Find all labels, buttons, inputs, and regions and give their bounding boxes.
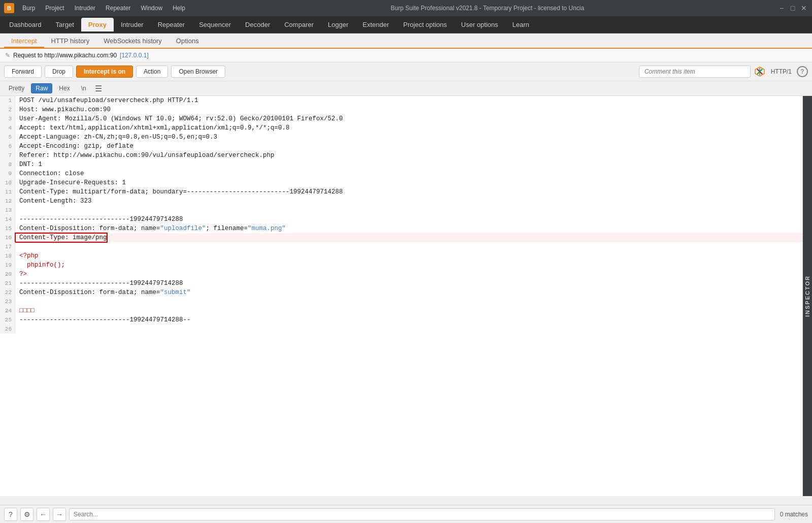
- titlebar: B Burp Project Intruder Repeater Window …: [0, 0, 812, 16]
- line-content[interactable]: phpinfo();: [15, 260, 65, 270]
- tab-extender[interactable]: Extender: [356, 18, 396, 31]
- drop-button[interactable]: Drop: [45, 66, 73, 78]
- search-input[interactable]: [69, 508, 775, 520]
- sub-tab-bar: Intercept HTTP history WebSockets histor…: [0, 34, 812, 49]
- tab-logger[interactable]: Logger: [321, 18, 355, 31]
- tab-intruder[interactable]: Intruder: [114, 18, 151, 31]
- subtab-http-history[interactable]: HTTP history: [44, 35, 97, 47]
- line-content[interactable]: -----------------------------19924479714…: [15, 315, 191, 324]
- request-editor[interactable]: 1POST /vul/unsafeupload/servercheck.php …: [0, 96, 803, 496]
- main-tab-bar: Dashboard Target Proxy Intruder Repeater…: [0, 16, 812, 34]
- table-row: 8DNT: 1: [0, 160, 802, 169]
- tab-user-options[interactable]: User options: [454, 18, 505, 31]
- line-content[interactable]: [15, 206, 19, 215]
- tab-learn[interactable]: Learn: [505, 18, 536, 31]
- help-bottom-icon[interactable]: ?: [4, 508, 17, 521]
- fmt-raw[interactable]: Raw: [31, 83, 52, 93]
- menu-repeater[interactable]: Repeater: [101, 4, 134, 13]
- line-content[interactable]: Connection: close: [15, 169, 84, 178]
- line-number: 7: [0, 151, 15, 160]
- fmt-pretty[interactable]: Pretty: [4, 83, 29, 93]
- fmt-newline[interactable]: \n: [77, 83, 91, 93]
- line-content[interactable]: DNT: 1: [15, 160, 42, 169]
- subtab-websockets-history[interactable]: WebSockets history: [96, 35, 169, 47]
- subtab-intercept[interactable]: Intercept: [4, 35, 44, 48]
- menu-bar: Burp Project Intruder Repeater Window He…: [18, 4, 189, 13]
- line-content[interactable]: [15, 297, 19, 306]
- line-number: 26: [0, 324, 15, 334]
- line-number: 12: [0, 197, 15, 206]
- tab-comparer[interactable]: Comparer: [277, 18, 321, 31]
- back-icon[interactable]: ←: [37, 508, 50, 521]
- line-content[interactable]: Host: www.pikachu.com:90: [15, 105, 111, 114]
- line-content[interactable]: Content-Type: multipart/form-data; bound…: [15, 187, 343, 197]
- table-row: 13: [0, 206, 802, 215]
- request-ip: [127.0.0.1]: [120, 52, 149, 59]
- line-content[interactable]: User-Agent: Mozilla/5.0 (Windows NT 10.0…: [15, 114, 343, 123]
- tab-dashboard[interactable]: Dashboard: [2, 18, 49, 31]
- menu-intruder[interactable]: Intruder: [71, 4, 99, 13]
- line-content[interactable]: Upgrade-Insecure-Requests: 1: [15, 178, 126, 187]
- maximize-button[interactable]: □: [789, 4, 797, 12]
- line-content[interactable]: POST /vul/unsafeupload/servercheck.php H…: [15, 96, 198, 105]
- line-number: 3: [0, 114, 15, 123]
- line-content[interactable]: -----------------------------19924479714…: [15, 279, 183, 288]
- tab-project-options[interactable]: Project options: [396, 18, 454, 31]
- tab-sequencer[interactable]: Sequencer: [192, 18, 238, 31]
- tab-target[interactable]: Target: [49, 18, 81, 31]
- line-number: 10: [0, 178, 15, 187]
- tab-proxy[interactable]: Proxy: [81, 18, 114, 31]
- line-content[interactable]: Accept-Language: zh-CN,zh;q=0.8,en-US;q=…: [15, 133, 217, 142]
- minimize-button[interactable]: −: [777, 4, 786, 12]
- forward-nav-icon[interactable]: →: [53, 508, 66, 521]
- line-content[interactable]: ?>: [15, 270, 27, 279]
- line-number: 11: [0, 187, 15, 197]
- close-button[interactable]: ✕: [800, 4, 808, 12]
- line-content[interactable]: <?php: [15, 251, 39, 260]
- forward-button[interactable]: Forward: [4, 66, 42, 78]
- line-number: 20: [0, 270, 15, 279]
- line-number: 22: [0, 288, 15, 297]
- subtab-options[interactable]: Options: [169, 35, 206, 47]
- tab-repeater[interactable]: Repeater: [151, 18, 192, 31]
- table-row: 16Content-Type: image/png: [0, 233, 802, 242]
- line-number: 13: [0, 206, 15, 215]
- table-row: 23: [0, 297, 802, 306]
- line-number: 1: [0, 96, 15, 105]
- help-icon[interactable]: ?: [797, 66, 808, 77]
- action-button[interactable]: Action: [136, 66, 168, 78]
- table-row: 25-----------------------------199244797…: [0, 315, 802, 324]
- wrap-lines-icon[interactable]: ☰: [95, 84, 102, 93]
- line-number: 25: [0, 315, 15, 324]
- intercept-toggle-button[interactable]: Intercept is on: [76, 66, 133, 78]
- table-row: 18<?php: [0, 251, 802, 260]
- line-number: 2: [0, 105, 15, 114]
- comment-input[interactable]: [639, 66, 751, 78]
- settings-icon[interactable]: ⚙: [20, 508, 33, 521]
- fmt-hex[interactable]: Hex: [54, 83, 74, 93]
- line-number: 6: [0, 142, 15, 151]
- line-content[interactable]: Content-Length: 323: [15, 197, 92, 206]
- menu-help[interactable]: Help: [168, 4, 189, 13]
- inspector-sidebar[interactable]: INSPECTOR: [803, 96, 812, 496]
- line-content[interactable]: Accept: text/html,application/xhtml+xml,…: [15, 123, 290, 133]
- edit-icon: ✎: [5, 52, 10, 59]
- menu-window[interactable]: Window: [137, 4, 166, 13]
- open-browser-button[interactable]: Open Browser: [171, 66, 225, 78]
- table-row: 5Accept-Language: zh-CN,zh;q=0.8,en-US;q…: [0, 133, 802, 142]
- line-content[interactable]: Content-Disposition: form-data; name="up…: [15, 224, 286, 233]
- tab-decoder[interactable]: Decoder: [238, 18, 277, 31]
- menu-project[interactable]: Project: [41, 4, 68, 13]
- line-content[interactable]: [15, 324, 19, 334]
- line-content[interactable]: [15, 242, 19, 251]
- line-content[interactable]: Accept-Encoding: gzip, deflate: [15, 142, 133, 151]
- line-content[interactable]: □□□□: [15, 306, 35, 315]
- line-number: 5: [0, 133, 15, 142]
- highlight-color-icon[interactable]: [754, 66, 766, 78]
- line-content[interactable]: Referer: http://www.pikachu.com:90/vul/u…: [15, 151, 275, 160]
- line-content[interactable]: Content-Type: image/png: [15, 233, 107, 242]
- line-content[interactable]: Content-Disposition: form-data; name="su…: [15, 288, 191, 297]
- line-content[interactable]: -----------------------------19924479714…: [15, 215, 183, 224]
- menu-burp[interactable]: Burp: [18, 4, 39, 13]
- table-row: 12Content-Length: 323: [0, 197, 802, 206]
